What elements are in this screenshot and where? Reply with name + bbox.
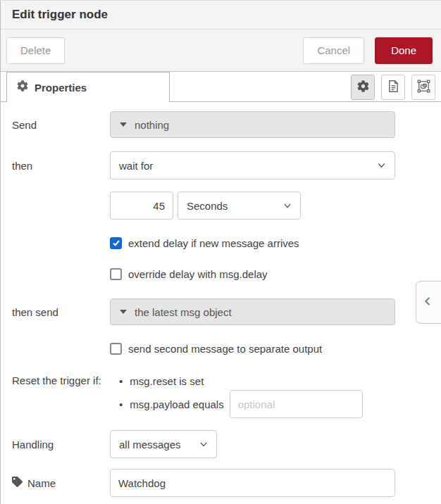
gear-icon	[17, 80, 28, 94]
handling-label: Handling	[12, 439, 110, 451]
reset-bullet1-text: msg.reset is set	[130, 375, 204, 387]
then-send-label: then send	[12, 306, 110, 318]
then-row: then wait for	[12, 151, 430, 179]
delete-button[interactable]: Delete	[6, 37, 65, 64]
extend-delay-label: extend delay if new message arrives	[128, 237, 299, 249]
dialog-header: Edit trigger node	[1, 1, 441, 30]
triangle-down-icon	[120, 310, 127, 314]
override-delay-checkbox[interactable]	[110, 268, 122, 280]
gear-icon	[357, 80, 369, 95]
chevron-down-icon	[283, 200, 292, 212]
name-label-text: Name	[27, 477, 56, 489]
reset-payload-input[interactable]	[230, 390, 363, 418]
appearance-frame-icon	[417, 80, 430, 96]
duration-input[interactable]	[110, 191, 173, 220]
then-send-typed-input-value: the latest msg object	[135, 306, 232, 318]
reset-trigger-label: Reset the trigger if:	[12, 374, 110, 386]
handling-select[interactable]: all messages	[110, 430, 217, 458]
reset-bullet2-text: msg.payload equals	[130, 398, 223, 410]
then-select[interactable]: wait for	[110, 151, 395, 179]
extend-delay-checkbox[interactable]	[110, 237, 122, 249]
send-typed-input-value: nothing	[135, 119, 169, 131]
tag-icon	[12, 477, 23, 489]
duration-units-select[interactable]: Seconds	[178, 191, 301, 220]
reset-conditions: msg.reset is set msg.payload equals	[110, 373, 363, 418]
document-icon	[387, 80, 399, 96]
extend-delay-row: extend delay if new message arrives	[110, 235, 430, 251]
tab-icon-buttons	[351, 75, 435, 100]
triangle-down-icon	[120, 122, 127, 127]
then-send-typed-input[interactable]: the latest msg object	[110, 298, 395, 325]
cancel-button[interactable]: Cancel	[303, 37, 364, 64]
reset-trigger-row: Reset the trigger if: msg.reset is set m…	[12, 373, 430, 418]
second-output-row: send second message to separate output	[110, 341, 430, 356]
name-row: Name	[12, 469, 430, 497]
name-input[interactable]	[110, 469, 395, 497]
tab-properties-label: Properties	[35, 82, 87, 94]
chevron-down-icon	[199, 439, 208, 451]
then-send-row: then send the latest msg object	[12, 298, 430, 325]
send-label: Send	[12, 119, 110, 131]
handling-row: Handling all messages	[12, 430, 430, 458]
tab-bar: Properties	[1, 72, 441, 102]
second-output-checkbox[interactable]	[110, 343, 122, 355]
sidebar-collapse-button[interactable]	[416, 281, 441, 324]
description-tab-button[interactable]	[381, 75, 405, 100]
dialog-button-bar: Delete Cancel Done	[1, 30, 441, 72]
send-row: Send nothing	[12, 111, 430, 138]
properties-gear-tab-button[interactable]	[351, 75, 375, 100]
chevron-left-icon	[423, 294, 433, 311]
chevron-down-icon	[377, 160, 386, 172]
name-label: Name	[12, 477, 110, 489]
then-select-value: wait for	[119, 160, 153, 172]
dialog-title: Edit trigger node	[12, 8, 108, 22]
handling-select-value: all messages	[119, 439, 181, 451]
duration-row: Seconds	[12, 191, 430, 220]
done-button[interactable]: Done	[375, 37, 433, 64]
override-delay-row: override delay with msg.delay	[110, 266, 430, 282]
override-delay-label: override delay with msg.delay	[128, 268, 268, 280]
reset-bullet-msg-payload: msg.payload equals	[110, 390, 363, 418]
edit-trigger-node-dialog: Edit trigger node Delete Cancel Done Pro…	[0, 0, 441, 504]
appearance-tab-button[interactable]	[411, 75, 435, 100]
tab-properties[interactable]: Properties	[6, 72, 170, 102]
then-label: then	[12, 160, 110, 172]
duration-units-value: Seconds	[187, 200, 228, 212]
properties-form: Send nothing then wait for Seconds	[1, 102, 441, 497]
reset-bullet-msg-reset: msg.reset is set	[110, 373, 363, 389]
second-output-label: send second message to separate output	[128, 343, 322, 355]
send-typed-input[interactable]: nothing	[110, 111, 395, 138]
